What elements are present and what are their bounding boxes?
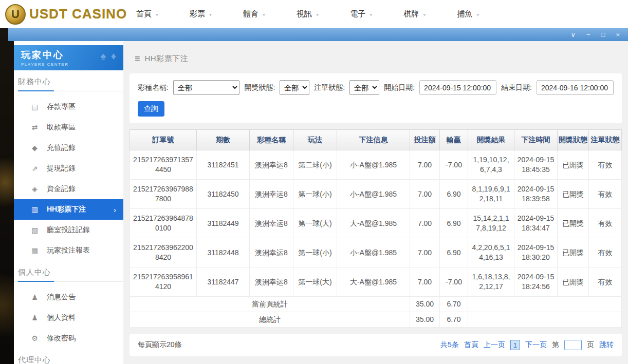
- password-icon: ⚙: [30, 334, 39, 342]
- section-personal: 個人中心: [14, 261, 123, 282]
- chevron-down-icon: ▾: [156, 11, 158, 17]
- prev-page-link[interactable]: 上一页: [484, 340, 505, 350]
- lottery-name-cell: 澳洲幸运8: [250, 209, 293, 238]
- casino-decoration-icon: ♠ ♦: [101, 50, 117, 62]
- draw-status-cell: 已開獎: [558, 180, 589, 209]
- lottery-bet-icon: ▥: [30, 205, 39, 214]
- bet-info-cell: 大-A盤@1.985: [337, 267, 410, 297]
- window-collapse-button[interactable]: ∨: [570, 31, 576, 38]
- bet-info-cell: 小-A盤@1.985: [337, 180, 410, 209]
- win-loss-cell: 6.90: [440, 209, 468, 238]
- nav-item-chess[interactable]: 棋牌▾: [389, 0, 442, 28]
- bet-time-cell: 2024-09-15 18:30:20: [514, 238, 558, 267]
- bet-amount-cell: 7.00: [410, 267, 440, 297]
- bet-amount-cell: 7.00: [410, 209, 440, 238]
- draw-status-cell: 已開獎: [558, 238, 589, 267]
- sidebar-item-withdraw[interactable]: ⇄ 取款專區: [14, 117, 123, 138]
- bet-amount-cell: 7.00: [410, 180, 440, 209]
- total-count: 共5条: [440, 340, 459, 350]
- table-row: 2152172639589614120 31182447 澳洲幸运8 第一球(大…: [130, 267, 622, 297]
- sidebar-item-recharge-record[interactable]: ◆ 充值記錄: [14, 138, 123, 158]
- current-page-indicator[interactable]: 1: [510, 340, 520, 350]
- table-row: 2152172639713574450 31182451 澳洲幸运8 第二球(小…: [130, 150, 622, 180]
- summary-label-cell: 當前頁統計: [130, 297, 410, 312]
- page-jump-input[interactable]: [564, 340, 582, 350]
- col-header-bet-time: 下注時間: [514, 130, 558, 150]
- order-number-cell: 2152172639622008420: [130, 238, 197, 267]
- draw-result-cell: 15,14,2,1,17,8,19,12: [468, 209, 514, 238]
- chevron-right-icon: ›: [114, 205, 116, 214]
- screen: U USDT CASINO 首頁▾ 彩票▾ 體育▾ 視訊▾ 電子▾ 棋牌▾ 捕魚…: [0, 0, 628, 364]
- sidebar-item-hall-bet-record[interactable]: ▧ 廳室投註記錄: [14, 220, 123, 240]
- sidebar-item-label: 資金記錄: [47, 184, 76, 194]
- draw-result-cell: 8,1,19,6,9,12,18,11: [468, 180, 514, 209]
- nav-item-live-video[interactable]: 視訊▾: [282, 0, 336, 28]
- sidebar-item-player-report[interactable]: ▦ 玩家投注報表: [14, 240, 123, 261]
- sidebar-item-funds-record[interactable]: ◈ 資金記錄: [14, 179, 123, 199]
- sidebar-item-label: 廳室投註記錄: [47, 225, 90, 235]
- table-row: 2152172639622008420 31182448 澳洲幸运8 第一球(小…: [130, 238, 622, 267]
- win-loss-cell: -7.00: [440, 267, 468, 297]
- window-minimize-button[interactable]: −: [586, 31, 590, 38]
- nav-item-fishing[interactable]: 捕魚▾: [442, 0, 496, 28]
- sidebar-item-hh-lottery-bet[interactable]: ▥ HH彩票下注 ›: [14, 199, 123, 220]
- lottery-name-cell: 澳洲幸运8: [250, 267, 293, 297]
- deposit-icon: ▤: [30, 103, 39, 111]
- sidebar-item-profile[interactable]: ♟ 個人資料: [14, 308, 123, 328]
- first-page-link[interactable]: 首頁: [464, 340, 478, 350]
- draw-status-select[interactable]: 全部: [280, 80, 309, 95]
- sidebar-item-change-password[interactable]: ⚙ 修改密碼: [14, 328, 123, 349]
- col-header-draw-status: 開獎狀態: [558, 130, 589, 150]
- order-status-select[interactable]: 全部: [349, 80, 379, 95]
- sidebar-subtitle: PLAYERS CENTER: [21, 62, 123, 67]
- jump-button[interactable]: 跳转: [599, 340, 614, 350]
- chevron-down-icon: ▾: [209, 11, 212, 17]
- start-date-input[interactable]: [419, 80, 496, 95]
- sidebar-item-withdrawal-record[interactable]: ⇗ 提現記錄: [14, 158, 123, 179]
- query-button[interactable]: 查詢: [138, 101, 164, 117]
- bet-amount-cell: 7.00: [410, 150, 440, 180]
- section-personal-label: 個人中心: [18, 267, 54, 282]
- col-header-draw-result: 開獎結果: [468, 130, 514, 150]
- logo[interactable]: U USDT CASINO: [0, 4, 122, 25]
- lottery-select[interactable]: 全部: [173, 80, 240, 95]
- nav-item-slots[interactable]: 電子▾: [336, 0, 389, 28]
- sidebar-item-label: 存款專區: [47, 102, 76, 111]
- next-page-link[interactable]: 下一页: [525, 340, 547, 350]
- col-header-order-number: 訂單號: [130, 130, 197, 150]
- play-type-cell: 第一球(小): [293, 238, 337, 267]
- nav-item-lottery[interactable]: 彩票▾: [175, 0, 229, 28]
- profile-icon: ♟: [30, 314, 39, 322]
- order-status-cell: 有效: [589, 267, 622, 297]
- sidebar-item-label: HH彩票下注: [47, 205, 86, 214]
- sidebar-item-messages[interactable]: ♟ 消息公告: [14, 287, 123, 308]
- window-maximize-button[interactable]: □: [601, 31, 605, 38]
- menu-icon[interactable]: ≡: [135, 53, 140, 64]
- sidebar-item-label: 充值記錄: [47, 143, 76, 152]
- win-loss-cell: -7.00: [440, 150, 468, 180]
- sidebar-item-label: 修改密碼: [47, 334, 76, 343]
- nav-item-sports[interactable]: 體育▾: [229, 0, 282, 28]
- nav-item-label: 視訊: [297, 9, 312, 19]
- chevron-down-icon: ▾: [370, 11, 372, 17]
- finance-menu: ▤ 存款專區 ⇄ 取款專區 ◆ 充值記錄 ⇗ 提: [14, 91, 123, 261]
- nav-item-label: 體育: [243, 9, 258, 19]
- col-header-period: 期數: [197, 130, 250, 150]
- sidebar-item-label: 消息公告: [47, 293, 76, 302]
- window-close-button[interactable]: ×: [616, 31, 620, 38]
- col-header-bet-info: 下注信息: [337, 130, 410, 150]
- sidebar-item-label: 取款專區: [47, 123, 76, 132]
- sidebar-item-label: 提現記錄: [47, 164, 76, 173]
- chevron-down-icon: ▾: [316, 11, 319, 17]
- nav-item-label: 電子: [350, 9, 365, 19]
- chevron-down-icon: ▾: [263, 11, 265, 17]
- summary-win-loss-cell: 6.70: [440, 297, 468, 312]
- period-cell: 31182448: [197, 238, 250, 267]
- order-status-cell: 有效: [589, 238, 622, 267]
- period-cell: 31182447: [197, 267, 250, 297]
- nav-item-label: 捕魚: [457, 9, 472, 19]
- end-date-input[interactable]: [537, 80, 614, 95]
- nav-item-home[interactable]: 首頁▾: [122, 0, 175, 28]
- main-content: ≡ HH彩票下注 彩種名稱: 全部 開獎狀態: 全部: [123, 41, 628, 364]
- sidebar-item-deposit[interactable]: ▤ 存款專區: [14, 97, 123, 117]
